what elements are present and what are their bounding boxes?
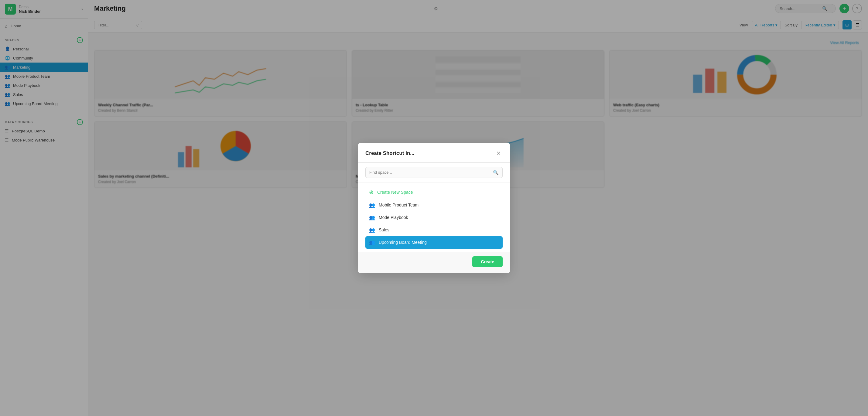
create-new-space-item[interactable]: ⊕ Create New Space <box>365 186 503 199</box>
modal-search-inner[interactable]: 🔍 <box>365 167 503 178</box>
space-item-upcoming-board-meeting[interactable]: 👥 Upcoming Board Meeting <box>365 236 503 249</box>
modal-close-button[interactable]: ✕ <box>494 149 503 158</box>
search-icon: 🔍 <box>493 170 499 175</box>
space-item-label: Mobile Product Team <box>379 202 418 207</box>
space-item-label: Mode Playbook <box>379 215 408 220</box>
modal-overlay[interactable]: Create Shortcut in... ✕ 🔍 ⊕ Create New S… <box>0 0 868 416</box>
space-item-label: Sales <box>379 227 390 232</box>
modal-space-list: ⊕ Create New Space 👥 Mobile Product Team… <box>358 183 510 252</box>
people-icon: 👥 <box>369 202 375 208</box>
people-icon: 👥 <box>369 227 375 233</box>
space-item-mobile-product-team[interactable]: 👥 Mobile Product Team <box>365 199 503 211</box>
modal-header: Create Shortcut in... ✕ <box>358 143 510 163</box>
people-icon: 👥 <box>369 215 375 220</box>
create-shortcut-button[interactable]: Create <box>472 256 503 267</box>
space-search-input[interactable] <box>369 170 493 174</box>
people-icon: 👥 <box>369 239 375 245</box>
modal-footer: Create <box>358 252 510 273</box>
modal-title: Create Shortcut in... <box>365 150 414 156</box>
plus-circle-icon: ⊕ <box>369 189 374 196</box>
create-shortcut-modal: Create Shortcut in... ✕ 🔍 ⊕ Create New S… <box>358 143 510 273</box>
modal-search: 🔍 <box>358 163 510 183</box>
space-item-sales[interactable]: 👥 Sales <box>365 224 503 236</box>
space-item-label: Upcoming Board Meeting <box>379 240 427 245</box>
space-item-mode-playbook[interactable]: 👥 Mode Playbook <box>365 211 503 224</box>
create-new-label: Create New Space <box>377 190 413 195</box>
